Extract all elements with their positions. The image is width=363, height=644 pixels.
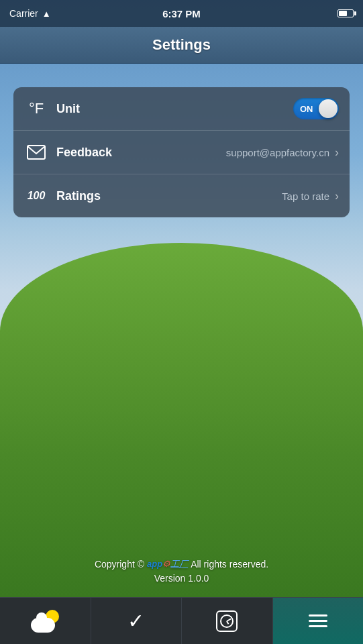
status-left: Carrier ▲ (9, 8, 51, 19)
status-bar: Carrier ▲ 6:37 PM (0, 0, 363, 27)
battery-icon (338, 9, 354, 17)
weather-icon (31, 610, 59, 633)
rights-text: All rights reserved. (191, 559, 268, 570)
menu-line-2 (309, 620, 327, 622)
grass-foreground (0, 243, 363, 597)
settings-card: °F Unit ON Feedback support@appfactory.c… (13, 87, 350, 217)
clock-icon (216, 610, 238, 632)
tab-bar: ✓ (0, 597, 363, 644)
wifi-icon: ▲ (42, 9, 51, 19)
ratings-label: Ratings (56, 189, 282, 203)
toggle-thumb (319, 99, 338, 118)
tab-check[interactable]: ✓ (91, 598, 183, 644)
page-title: Settings (152, 36, 211, 54)
nav-bar: Settings (0, 27, 363, 64)
menu-line-3 (309, 625, 327, 627)
feedback-row[interactable]: Feedback support@appfactory.cn › (13, 131, 350, 174)
unit-row[interactable]: °F Unit ON (13, 87, 350, 131)
ratings-value: Tap to rate (282, 191, 329, 202)
toggle-switch[interactable]: ON (293, 98, 339, 119)
hundred-icon: 100 (28, 190, 46, 202)
unit-icon: °F (24, 97, 48, 121)
clock-face (220, 614, 234, 628)
feedback-label: Feedback (56, 146, 226, 160)
checkmark-icon: ✓ (127, 609, 144, 633)
ratings-icon-container: 100 (24, 184, 48, 208)
menu-line-1 (309, 614, 327, 616)
version-text: Version 1.0.0 (154, 573, 209, 584)
tab-menu[interactable] (273, 598, 364, 644)
envelope-icon (27, 145, 46, 160)
toggle-on-text: ON (300, 104, 313, 114)
battery-fill (339, 11, 347, 16)
status-time: 6:37 PM (162, 8, 201, 19)
ratings-chevron: › (335, 189, 339, 203)
feedback-email: support@appfactory.cn (226, 147, 329, 158)
tab-weather[interactable] (0, 598, 91, 644)
feedback-icon-container (24, 140, 48, 164)
footer: Copyright © app⚙工厂 All rights reserved. … (0, 558, 363, 584)
copyright-text: Copyright © (95, 559, 144, 570)
unit-label: Unit (56, 102, 293, 116)
tab-clock[interactable] (182, 598, 273, 644)
fahrenheit-icon: °F (29, 100, 44, 117)
ratings-row[interactable]: 100 Ratings Tap to rate › (13, 174, 350, 217)
unit-toggle[interactable]: ON (293, 98, 339, 119)
cloud-shape (31, 618, 55, 633)
carrier-label: Carrier (9, 8, 38, 19)
menu-icon (309, 614, 327, 627)
copyright-line: Copyright © app⚙工厂 All rights reserved. (0, 558, 363, 570)
app-logo: app⚙工厂 (147, 558, 188, 570)
status-right (338, 9, 354, 17)
version-line: Version 1.0.0 (0, 573, 363, 584)
feedback-chevron: › (335, 146, 339, 160)
